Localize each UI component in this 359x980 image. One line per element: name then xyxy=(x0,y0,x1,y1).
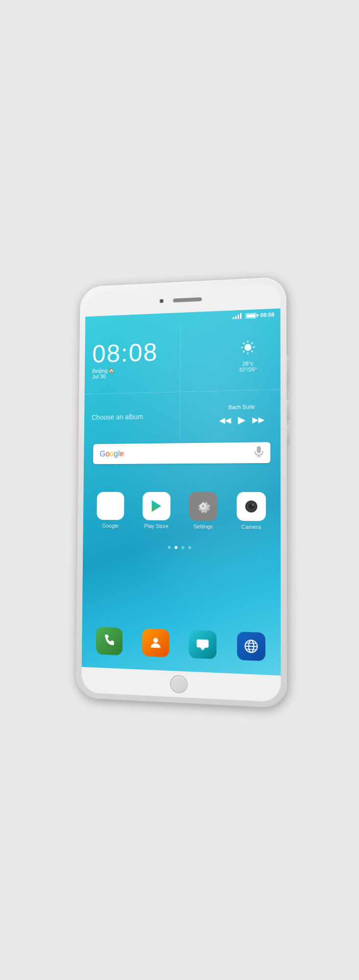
google-search-text: Google xyxy=(99,448,254,459)
svg-rect-19 xyxy=(196,639,208,648)
phone-device: 08:08 08:08 Beijing 🏠 Jul 30 xyxy=(75,277,287,709)
status-time: 08:08 xyxy=(260,312,274,318)
svg-line-23 xyxy=(246,643,256,643)
page-dot-3 xyxy=(181,546,184,549)
google-letter-o2: o xyxy=(109,450,114,458)
home-button[interactable] xyxy=(169,675,187,693)
dock-item-contacts[interactable] xyxy=(142,629,169,658)
page-dot-4 xyxy=(188,546,191,549)
google-letter-o1: o xyxy=(105,450,110,458)
app-label-camera: Camera xyxy=(241,524,261,530)
svg-line-22 xyxy=(245,646,257,647)
volume-down-button[interactable] xyxy=(287,425,289,445)
page-indicator xyxy=(83,545,281,551)
weather-sun-icon xyxy=(239,339,255,359)
app-icons-row: Google xyxy=(83,492,280,530)
app-item-playstore[interactable]: Play Store xyxy=(142,492,170,529)
battery-icon xyxy=(245,313,256,318)
album-text: Choose an album xyxy=(92,413,143,421)
playstore-app-icon xyxy=(142,492,170,520)
phone-dock-icon xyxy=(96,627,123,656)
dock xyxy=(81,618,280,676)
music-play-button[interactable]: ▶ xyxy=(238,414,245,425)
weather-temp-range: 32°/26° xyxy=(239,366,257,372)
google-letter-e: e xyxy=(120,449,124,458)
dock-item-phone[interactable] xyxy=(96,627,123,656)
search-bar-container: Google xyxy=(93,442,270,464)
clock-location-text: Beijing xyxy=(92,368,107,374)
weather-temp: 28°c 32°/26° xyxy=(239,360,257,372)
app-item-settings[interactable]: Settings xyxy=(189,492,217,530)
google-letter-g2: g xyxy=(114,449,118,458)
earpiece-speaker xyxy=(173,297,202,303)
page-dot-2 xyxy=(174,546,177,549)
camera-app-icon xyxy=(237,492,266,521)
microphone-icon[interactable] xyxy=(254,446,263,460)
front-camera xyxy=(159,299,163,303)
app-item-camera[interactable]: Camera xyxy=(237,492,266,530)
music-title: Bach Suite xyxy=(228,404,255,410)
music-next-button[interactable]: ▶▶ xyxy=(252,415,264,424)
google-app-icon xyxy=(96,492,124,520)
google-letter-g: G xyxy=(99,450,105,458)
music-controls: ◀◀ ▶ ▶▶ xyxy=(219,414,264,426)
messages-dock-icon xyxy=(189,630,216,659)
status-icons: 08:08 xyxy=(232,312,274,319)
svg-rect-9 xyxy=(257,446,261,453)
svg-marker-12 xyxy=(151,500,161,512)
clock-time: 08:08 xyxy=(92,338,208,367)
widget-row-bottom: Choose an album Bach Suite ◀◀ ▶ ▶▶ xyxy=(84,389,280,441)
svg-point-18 xyxy=(153,638,158,643)
browser-dock-icon xyxy=(237,632,265,661)
home-icon: 🏠 xyxy=(108,368,114,373)
album-widget[interactable]: Choose an album xyxy=(84,391,203,441)
phone-screen: 08:08 08:08 Beijing 🏠 Jul 30 xyxy=(81,308,280,675)
weather-temp-current: 28°c xyxy=(242,360,253,367)
app-label-playstore: Play Store xyxy=(144,523,168,529)
svg-line-24 xyxy=(246,649,256,650)
search-bar[interactable]: Google xyxy=(93,442,270,464)
clock-widget[interactable]: 08:08 Beijing 🏠 Jul 30 xyxy=(84,323,215,394)
volume-up-button[interactable] xyxy=(287,400,289,420)
music-widget[interactable]: Bach Suite ◀◀ ▶ ▶▶ xyxy=(203,389,281,440)
app-label-google: Google xyxy=(102,523,119,529)
svg-line-8 xyxy=(243,351,244,352)
contacts-dock-icon xyxy=(142,629,169,658)
app-label-settings: Settings xyxy=(193,523,213,529)
widget-row-top: 08:08 Beijing 🏠 Jul 30 xyxy=(84,320,280,393)
svg-point-0 xyxy=(244,343,251,350)
page-dot-1 xyxy=(168,546,170,549)
dock-item-messages[interactable] xyxy=(189,630,216,659)
settings-app-icon xyxy=(189,492,217,521)
svg-line-7 xyxy=(251,342,253,343)
signal-strength-icon xyxy=(232,313,241,319)
dock-item-browser[interactable] xyxy=(237,632,265,661)
svg-line-5 xyxy=(243,343,244,344)
svg-line-6 xyxy=(251,350,253,352)
app-item-google[interactable]: Google xyxy=(96,492,124,529)
battery-fill xyxy=(246,314,255,318)
music-prev-button[interactable]: ◀◀ xyxy=(219,415,231,424)
phone-inner: 08:08 08:08 Beijing 🏠 Jul 30 xyxy=(81,283,281,702)
weather-widget[interactable]: 28°c 32°/26° xyxy=(215,320,280,391)
